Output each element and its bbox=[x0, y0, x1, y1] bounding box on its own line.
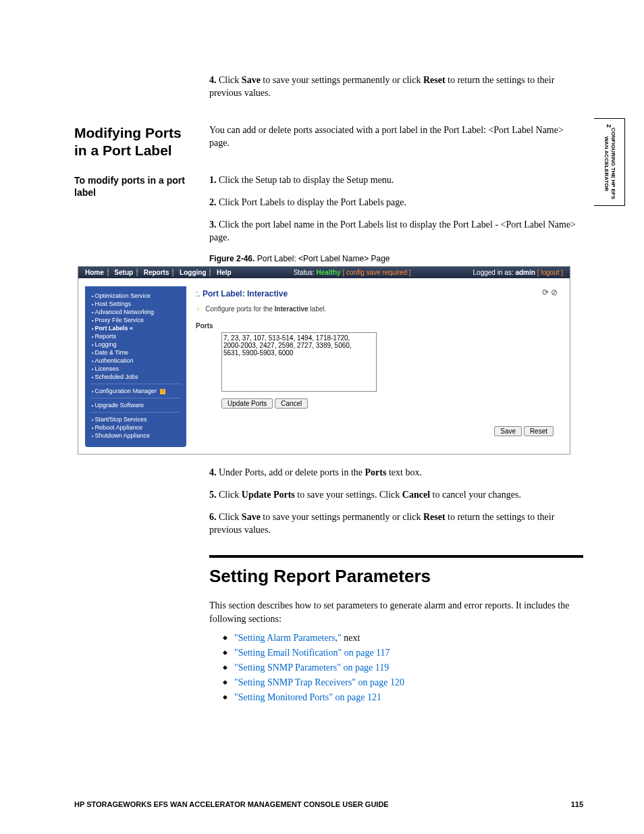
page-title: :. Port Label: Interactive bbox=[196, 289, 556, 298]
logout-link[interactable]: [ logout ] bbox=[537, 269, 563, 276]
sidebar-item-optimization[interactable]: Optimization Service bbox=[85, 292, 186, 300]
procedure-heading: To modify ports in a port label bbox=[74, 174, 196, 199]
save-button[interactable]: Save bbox=[494, 426, 522, 436]
sidebar-item-licenses[interactable]: Licenses bbox=[85, 365, 186, 373]
post-step-5: 5. Click Update Ports to save your setti… bbox=[209, 489, 583, 502]
sidebar-item-date-time[interactable]: Date & Time bbox=[85, 348, 186, 357]
status-healthy: Healthy bbox=[317, 269, 341, 276]
section-heading-modifying-ports: Modifying Ports in a Port Label bbox=[74, 124, 196, 160]
sidebar-item-start-stop[interactable]: Start/Stop Services bbox=[85, 415, 186, 423]
sidebar-item-logging[interactable]: Logging bbox=[85, 340, 186, 348]
top-nav: Home ┊ Setup ┊ Reports ┊ Logging ┊ Help bbox=[85, 269, 232, 276]
link-snmp-trap: "Setting SNMP Trap Receivers" on page 12… bbox=[223, 677, 583, 688]
link-monitored-ports: "Setting Monitored Ports" on page 121 bbox=[223, 692, 583, 703]
login-user: admin bbox=[515, 269, 535, 276]
sidebar: Optimization Service Host Settings Advan… bbox=[85, 286, 186, 447]
update-ports-button[interactable]: Update Ports bbox=[221, 398, 273, 409]
lightbulb-icon: ♀ bbox=[196, 305, 201, 313]
ports-textarea[interactable] bbox=[221, 332, 377, 392]
proc-step-1: 1. Click the Setup tab to display the Se… bbox=[209, 174, 583, 187]
proc-step-2: 2. Click Port Labels to display the Port… bbox=[209, 197, 583, 209]
link-snmp-params: "Setting SNMP Parameters" on page 119 bbox=[223, 662, 583, 673]
post-step-4: 4. Under Ports, add or delete ports in t… bbox=[209, 467, 583, 479]
nav-setup[interactable]: Setup bbox=[114, 269, 133, 276]
proc-step-3: 3. Click the port label name in the Port… bbox=[209, 219, 583, 244]
hint-text: ♀ Configure ports for the Interactive la… bbox=[196, 305, 556, 313]
status-text: Status: Healthy [ config save required ] bbox=[294, 269, 411, 276]
sidebar-item-reports[interactable]: Reports bbox=[85, 332, 186, 340]
sidebar-item-port-labels[interactable]: Port Labels « bbox=[85, 324, 186, 332]
refresh-icon[interactable]: ⟳ bbox=[542, 288, 549, 297]
sidebar-item-upgrade-software[interactable]: Upgrade Software bbox=[85, 401, 186, 409]
cancel-button[interactable]: Cancel bbox=[275, 398, 308, 409]
report-intro: This section describes how to set parame… bbox=[209, 599, 583, 625]
print-icon[interactable]: ⊘ bbox=[551, 288, 558, 297]
page-footer: HP STORAGEWORKS EFS WAN ACCELERATOR MANA… bbox=[74, 800, 583, 808]
step-4-intro: 4. Click Save to save your settings perm… bbox=[209, 74, 583, 100]
main-panel: ⟳ ⊘ :. Port Label: Interactive ♀ Configu… bbox=[186, 278, 570, 454]
section-heading-report-params: Setting Report Parameters bbox=[209, 555, 583, 587]
sidebar-item-config-manager[interactable]: Configuration Manager ! bbox=[85, 387, 186, 395]
footer-page-number: 115 bbox=[571, 800, 583, 808]
nav-home[interactable]: Home bbox=[85, 269, 104, 276]
post-step-6: 6. Click Save to save your settings perm… bbox=[209, 511, 583, 537]
sidebar-item-adv-networking[interactable]: Advanced Networking bbox=[85, 308, 186, 316]
link-alarm-params: "Setting Alarm Parameters," next bbox=[223, 633, 583, 644]
sidebar-item-host-settings[interactable]: Host Settings bbox=[85, 300, 186, 308]
nav-logging[interactable]: Logging bbox=[180, 269, 206, 276]
app-topbar: Home ┊ Setup ┊ Reports ┊ Logging ┊ Help … bbox=[78, 267, 570, 278]
warning-icon: ! bbox=[160, 389, 165, 394]
nav-reports[interactable]: Reports bbox=[144, 269, 169, 276]
link-email-notification: "Setting Email Notification" on page 117 bbox=[223, 648, 583, 658]
figure-screenshot: Home ┊ Setup ┊ Reports ┊ Logging ┊ Help … bbox=[78, 266, 570, 454]
footer-title: HP STORAGEWORKS EFS WAN ACCELERATOR MANA… bbox=[74, 800, 389, 808]
reset-button[interactable]: Reset bbox=[524, 426, 554, 436]
status-config-save[interactable]: [ config save required ] bbox=[342, 269, 410, 276]
figure-caption: Figure 2-46. Port Label: <Port Label Nam… bbox=[209, 254, 583, 263]
section-body: You can add or delete ports associated w… bbox=[209, 124, 583, 150]
sidebar-item-reboot[interactable]: Reboot Appliance bbox=[85, 423, 186, 432]
sidebar-item-shutdown[interactable]: Shutdown Appliance bbox=[85, 432, 186, 440]
sidebar-item-scheduled-jobs[interactable]: Scheduled Jobs bbox=[85, 373, 186, 381]
nav-help[interactable]: Help bbox=[217, 269, 232, 276]
sidebar-item-proxy-file[interactable]: Proxy File Service bbox=[85, 316, 186, 324]
page-action-icons: ⟳ ⊘ bbox=[542, 288, 558, 297]
sidebar-item-authentication[interactable]: Authentication bbox=[85, 357, 186, 365]
ports-label: Ports bbox=[196, 322, 556, 330]
link-list: "Setting Alarm Parameters," next "Settin… bbox=[223, 633, 583, 703]
login-info: Logged in as: admin [ logout ] bbox=[473, 269, 563, 276]
